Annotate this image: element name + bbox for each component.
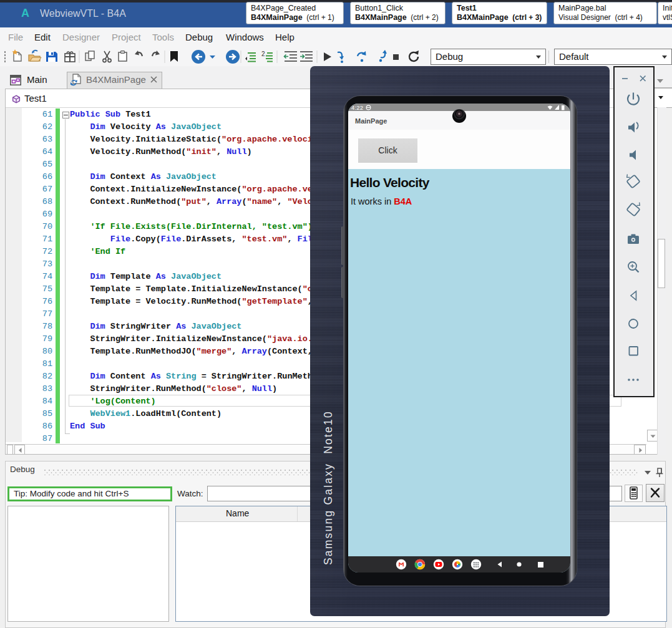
svg-text:2: 2 bbox=[261, 51, 265, 57]
